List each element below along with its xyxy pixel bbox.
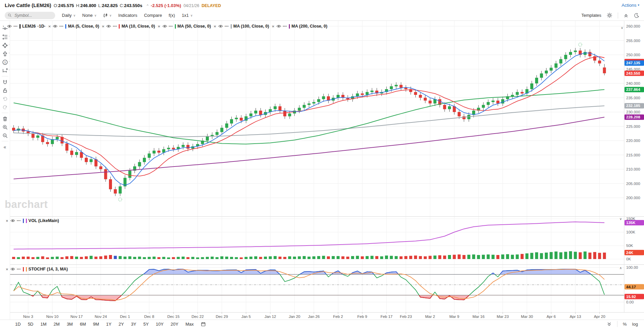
calendar-icon[interactable] (201, 322, 206, 327)
ellipsis-menu-icon[interactable]: ⋯ (225, 24, 229, 29)
ellipsis-menu-icon[interactable]: ⋯ (17, 218, 21, 223)
double-chevron-up-icon (623, 13, 629, 18)
period-button-2m[interactable]: 2M (53, 322, 60, 327)
series-color-bar (26, 267, 27, 271)
dark-mode-button[interactable] (634, 13, 639, 18)
close-icon[interactable]: × (213, 24, 217, 29)
series-color-bar (175, 24, 176, 29)
percent-scale-button[interactable]: % (623, 322, 627, 327)
ma-legend-item: ×⋯MA (200, Close, 0) (271, 24, 327, 29)
log-scale-button[interactable]: log (632, 322, 638, 327)
actions-caret-icon: ▾ (638, 3, 639, 7)
svg-text:Dec 1: Dec 1 (120, 315, 130, 319)
svg-text:243.550: 243.550 (626, 71, 640, 75)
compare-button[interactable]: Compare (144, 13, 162, 18)
ma-lines (14, 53, 605, 185)
eye-icon[interactable] (276, 25, 281, 28)
ellipsis-menu-icon[interactable]: ⋯ (17, 267, 21, 271)
barchart-app: Live Cattle (LEM26) O:245.575H:246.800L:… (0, 0, 644, 328)
double-chevron-down-icon[interactable] (607, 322, 612, 327)
period-button-3m[interactable]: 3M (67, 322, 73, 327)
templates-button[interactable]: Templates (581, 13, 601, 18)
svg-text:Feb 23: Feb 23 (400, 315, 412, 319)
eye-icon[interactable] (218, 25, 223, 28)
close-icon[interactable]: × (5, 267, 9, 272)
ellipsis-menu-icon[interactable]: ⋯ (113, 24, 117, 29)
eye-icon[interactable] (7, 25, 12, 28)
ellipsis-menu-icon[interactable]: ⋯ (169, 24, 173, 29)
close-icon[interactable]: × (48, 24, 51, 29)
settings-button[interactable] (607, 12, 612, 18)
period-button-9m[interactable]: 9M (93, 322, 99, 327)
divider (2, 141, 8, 141)
search-input[interactable] (14, 13, 52, 18)
eye-icon[interactable] (162, 25, 167, 28)
series-color-bar (119, 24, 120, 29)
arrow-tool[interactable]: › (1, 49, 9, 58)
collapse-toolbar-button[interactable] (623, 13, 629, 18)
candlestick-type-icon (103, 13, 108, 18)
series-color-bar (65, 24, 66, 29)
actions-menu[interactable]: Actions▾ (621, 3, 639, 8)
eye-icon[interactable] (10, 219, 15, 222)
trendlines-tool[interactable]: › (1, 33, 9, 41)
delete-drawings-button[interactable] (1, 114, 9, 123)
svg-text:0K: 0K (626, 257, 631, 261)
period-button-2y[interactable]: 2Y (118, 322, 124, 327)
moon-icon (634, 13, 639, 18)
magnet-tool[interactable] (1, 78, 9, 86)
stochastic-legend: ×⋯STOCHF (14, 3, MA) (5, 266, 68, 272)
collapse-sidebar-button[interactable]: « (1, 143, 9, 151)
ellipsis-menu-icon[interactable]: ⋯ (59, 24, 64, 29)
svg-text:Dec 8: Dec 8 (144, 315, 154, 319)
period-button-5y[interactable]: 5Y (143, 322, 149, 327)
period-button-3y[interactable]: 3Y (131, 322, 136, 327)
redo-button[interactable] (1, 103, 9, 111)
grid-layout-dropdown[interactable]: 1x1∨ (182, 13, 193, 18)
drawing-tool-dropdown[interactable]: None∨ (82, 13, 97, 18)
series-label: VOL (LikeMain) (29, 218, 59, 223)
close-icon[interactable]: × (157, 24, 161, 29)
shapes-tool[interactable]: › (1, 41, 9, 49)
period-button-6m[interactable]: 6M (80, 322, 86, 327)
chart-toolbar: Daily∨ None∨ ∨ Indicators Compare f(x) 1… (0, 10, 644, 21)
period-button-1d[interactable]: 1D (15, 322, 21, 327)
eye-icon[interactable] (10, 267, 15, 271)
eye-icon[interactable] (53, 25, 58, 28)
time-axis[interactable]: Nov 3Nov 10Nov 17Nov 24Dec 1Dec 8Dec 15D… (23, 313, 605, 319)
period-button-max[interactable]: Max (185, 322, 194, 327)
eye-icon[interactable] (106, 25, 111, 28)
object-tree-expander[interactable]: › (3, 24, 4, 29)
period-button-10y[interactable]: 10Y (156, 322, 163, 327)
close-icon[interactable]: × (102, 24, 105, 29)
close-icon[interactable]: × (5, 218, 9, 223)
timeframe-dropdown[interactable]: Daily∨ (62, 13, 76, 18)
unlock-tool[interactable] (1, 86, 9, 95)
period-button-20y[interactable]: 20Y (171, 322, 178, 327)
ohlc-readout: O:245.575H:246.800L:242.825C:243.550s (53, 3, 144, 8)
svg-text:Mar 16: Mar 16 (472, 315, 485, 319)
period-button-1m[interactable]: 1M (40, 322, 46, 327)
volume-axis[interactable]: 150K100K50K0K135K24K∨ (619, 217, 644, 261)
svg-text:Dec 29: Dec 29 (216, 315, 228, 319)
main-series-item: ⋯LEM26·1D· (7, 24, 46, 29)
fx-button[interactable]: f(x) (169, 13, 175, 18)
undo-button[interactable] (1, 95, 9, 103)
chart-type-dropdown[interactable]: ∨ (103, 13, 112, 18)
ellipsis-menu-icon[interactable]: ⋯ (13, 24, 18, 29)
ellipsis-menu-icon[interactable]: ⋯ (283, 24, 287, 29)
close-icon[interactable]: × (271, 24, 275, 29)
svg-text:44.17: 44.17 (626, 285, 636, 289)
period-button-1y[interactable]: 1Y (106, 322, 112, 327)
period-button-5d[interactable]: 5D (28, 322, 34, 327)
zoom-in-button[interactable] (1, 123, 9, 131)
chart-canvas[interactable]: 260.000255.000250.000245.000240.000235.0… (10, 21, 644, 320)
svg-text:Feb 9: Feb 9 (357, 315, 367, 319)
indicators-button[interactable]: Indicators (118, 13, 137, 18)
symbol-search[interactable] (5, 12, 55, 19)
annotation-number-tool[interactable]: 1› (1, 58, 9, 66)
zoom-out-button[interactable] (1, 131, 9, 140)
measure-tool[interactable]: › (1, 66, 9, 75)
svg-text:Nov 10: Nov 10 (46, 315, 58, 319)
svg-text:250.000: 250.000 (626, 53, 640, 57)
